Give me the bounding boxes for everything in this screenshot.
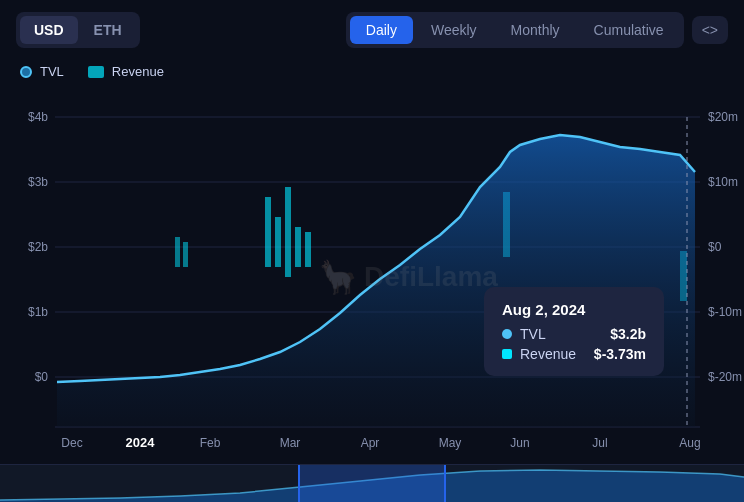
svg-rect-18: [285, 187, 291, 277]
weekly-tab[interactable]: Weekly: [415, 16, 493, 44]
svg-text:Mar: Mar: [280, 436, 301, 450]
svg-text:2024: 2024: [126, 435, 156, 450]
minimap[interactable]: [0, 464, 744, 502]
usd-button[interactable]: USD: [20, 16, 78, 44]
svg-rect-17: [275, 217, 281, 267]
minimap-selection[interactable]: [298, 465, 447, 502]
svg-text:$20m: $20m: [708, 110, 738, 124]
revenue-legend-item: Revenue: [88, 64, 164, 79]
svg-text:Jun: Jun: [510, 436, 529, 450]
eth-button[interactable]: ETH: [80, 16, 136, 44]
monthly-tab[interactable]: Monthly: [495, 16, 576, 44]
tvl-legend-item: TVL: [20, 64, 64, 79]
cumulative-tab[interactable]: Cumulative: [578, 16, 680, 44]
revenue-legend-label: Revenue: [112, 64, 164, 79]
top-bar: USD ETH Daily Weekly Monthly Cumulative …: [0, 0, 744, 60]
revenue-legend-bar: [88, 66, 104, 78]
svg-rect-16: [265, 197, 271, 267]
svg-rect-21: [175, 237, 180, 267]
svg-text:Apr: Apr: [361, 436, 380, 450]
svg-text:Dec: Dec: [61, 436, 82, 450]
svg-text:$10m: $10m: [708, 175, 738, 189]
minimap-inner: [0, 465, 744, 502]
chart-container[interactable]: $4b $3b $2b $1b $0 $20m $10m $0 $-10m $-…: [0, 87, 744, 467]
svg-rect-20: [305, 232, 311, 267]
chart-svg: $4b $3b $2b $1b $0 $20m $10m $0 $-10m $-…: [0, 87, 744, 467]
svg-rect-19: [295, 227, 301, 267]
svg-text:Jul: Jul: [592, 436, 607, 450]
nav-arrows-button[interactable]: <>: [692, 16, 728, 44]
svg-text:$-10m: $-10m: [708, 305, 742, 319]
svg-rect-22: [183, 242, 188, 267]
svg-text:May: May: [439, 436, 462, 450]
daily-tab[interactable]: Daily: [350, 16, 413, 44]
legend: TVL Revenue: [0, 60, 744, 87]
tvl-legend-label: TVL: [40, 64, 64, 79]
svg-text:$0: $0: [708, 240, 722, 254]
currency-toggle: USD ETH: [16, 12, 140, 48]
svg-text:$-20m: $-20m: [708, 370, 742, 384]
svg-text:$4b: $4b: [28, 110, 48, 124]
svg-text:$2b: $2b: [28, 240, 48, 254]
svg-text:Feb: Feb: [200, 436, 221, 450]
svg-text:$3b: $3b: [28, 175, 48, 189]
svg-text:$1b: $1b: [28, 305, 48, 319]
svg-text:Aug: Aug: [679, 436, 700, 450]
svg-text:$0: $0: [35, 370, 49, 384]
tvl-legend-dot: [20, 66, 32, 78]
time-tabs: Daily Weekly Monthly Cumulative: [346, 12, 684, 48]
